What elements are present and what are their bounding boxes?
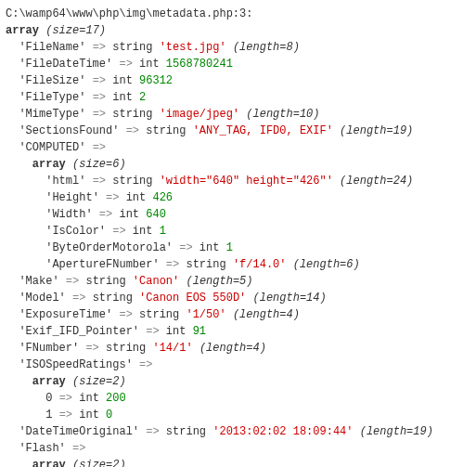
arrow-icon: =>	[93, 74, 106, 87]
val-filename: 'test.jpg'	[160, 41, 226, 54]
key-exififd: 'Exif_IFD_Pointer'	[19, 325, 139, 338]
iso-key-1: 1	[45, 409, 52, 422]
type-int: int	[199, 241, 220, 254]
val-mimetype: 'image/jpeg'	[160, 108, 239, 121]
computed-size: (size=6)	[72, 158, 126, 171]
arrow-icon: =>	[119, 308, 132, 321]
key-fnumber: 'FNumber'	[19, 342, 79, 355]
val-make: 'Canon'	[133, 275, 179, 288]
len-make: (length=5)	[186, 275, 252, 288]
iso-key-0: 0	[45, 392, 52, 405]
arrow-icon: =>	[99, 208, 112, 221]
array-keyword: array	[32, 158, 66, 171]
arrow-icon: =>	[119, 58, 132, 71]
type-int: int	[133, 225, 153, 238]
val-filesize: 96312	[139, 74, 173, 87]
key-mimetype: 'MimeType'	[19, 108, 85, 121]
val-afn: 'f/14.0'	[233, 258, 287, 271]
key-afn: 'ApertureFNumber'	[45, 258, 159, 271]
val-height: 426	[152, 191, 173, 204]
type-string: string	[112, 108, 152, 121]
type-int: int	[166, 325, 187, 338]
len-html: (length=24)	[340, 175, 413, 188]
array-keyword: array	[6, 24, 39, 37]
key-html: 'html'	[45, 175, 85, 188]
arrow-icon: =>	[146, 425, 159, 438]
arrow-icon: =>	[139, 358, 152, 371]
len-datetimeoriginal: (length=19)	[360, 425, 433, 438]
len-fnumber: (length=4)	[199, 342, 266, 355]
key-bom: 'ByteOrderMotorola'	[45, 241, 173, 254]
key-filetype: 'FileType'	[19, 91, 85, 104]
arrow-icon: =>	[59, 392, 72, 405]
array-size: (size=17)	[45, 24, 106, 37]
type-int: int	[112, 74, 133, 87]
key-exposuretime: 'ExposureTime'	[19, 308, 112, 321]
type-int: int	[79, 409, 99, 422]
val-exposuretime: '1/50'	[186, 308, 225, 321]
type-string: string	[112, 41, 152, 54]
arrow-icon: =>	[93, 175, 106, 188]
len-mimetype: (length=10)	[246, 108, 319, 121]
iso-val-1: 0	[106, 409, 112, 422]
arrow-icon: =>	[93, 41, 106, 54]
key-width: 'Width'	[45, 208, 92, 221]
type-string: string	[146, 124, 186, 137]
var-dump-output: C:\wamp64\www\php\img\metadata.php:3: ar…	[6, 6, 470, 467]
key-sectionsfound: 'SectionsFound'	[19, 124, 119, 137]
key-datetimeoriginal: 'DateTimeOriginal'	[19, 425, 139, 438]
val-iscolor: 1	[160, 225, 166, 238]
key-filename: 'FileName'	[19, 41, 85, 54]
key-height: 'Height'	[45, 191, 99, 204]
val-filedatetime: 1568780241	[166, 58, 233, 71]
arrow-icon: =>	[106, 191, 119, 204]
type-int: int	[112, 91, 133, 104]
arrow-icon: =>	[66, 275, 79, 288]
key-make: 'Make'	[19, 275, 58, 288]
arrow-icon: =>	[112, 225, 125, 238]
arrow-icon: =>	[59, 409, 72, 422]
arrow-icon: =>	[72, 442, 85, 455]
type-int: int	[119, 208, 139, 221]
array-keyword: array	[32, 375, 66, 388]
val-html: 'width="640" height="426"'	[160, 175, 333, 188]
flash-size: (size=2)	[72, 459, 126, 467]
val-bom: 1	[226, 241, 233, 254]
key-model: 'Model'	[19, 292, 65, 305]
type-string: string	[186, 258, 225, 271]
key-flash: 'Flash'	[19, 442, 65, 455]
iso-val-0: 200	[106, 392, 126, 405]
key-filedatetime: 'FileDateTime'	[19, 58, 112, 71]
val-fnumber: '14/1'	[152, 342, 192, 355]
key-filesize: 'FileSize'	[19, 74, 85, 87]
type-string: string	[106, 342, 146, 355]
type-int: int	[79, 392, 99, 405]
key-iscolor: 'IsColor'	[45, 225, 106, 238]
val-model: 'Canon EOS 550D'	[139, 292, 246, 305]
arrow-icon: =>	[93, 108, 106, 121]
arrow-icon: =>	[166, 258, 179, 271]
type-string: string	[166, 425, 206, 438]
len-afn: (length=6)	[293, 258, 360, 271]
type-int: int	[139, 58, 160, 71]
len-model: (length=14)	[252, 292, 326, 305]
val-sectionsfound: 'ANY_TAG, IFD0, EXIF'	[193, 124, 333, 137]
type-int: int	[126, 191, 147, 204]
arrow-icon: =>	[126, 124, 139, 137]
type-string: string	[112, 175, 152, 188]
arrow-icon: =>	[179, 241, 192, 254]
key-iso: 'ISOSpeedRatings'	[19, 358, 132, 371]
array-keyword: array	[32, 459, 66, 467]
type-string: string	[93, 292, 133, 305]
len-sectionsfound: (length=19)	[340, 124, 413, 137]
val-datetimeoriginal: '2013:02:02 18:09:44'	[212, 425, 353, 438]
val-filetype: 2	[139, 91, 146, 104]
val-exififd: 91	[193, 325, 206, 338]
arrow-icon: =>	[72, 292, 85, 305]
arrow-icon: =>	[85, 342, 98, 355]
arrow-icon: =>	[93, 141, 106, 154]
len-filename: (length=8)	[233, 41, 300, 54]
val-width: 640	[146, 208, 166, 221]
len-exposuretime: (length=4)	[233, 308, 300, 321]
type-string: string	[85, 275, 125, 288]
